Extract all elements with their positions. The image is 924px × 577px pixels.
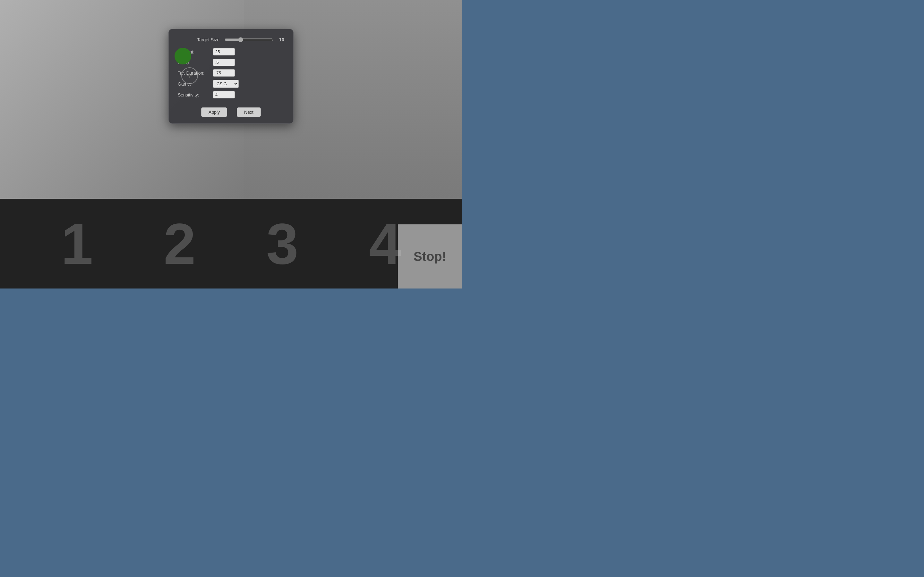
stop-button-area[interactable]: Stop! [398, 224, 462, 288]
apply-button[interactable]: Apply [201, 107, 227, 117]
target-preview-circle [174, 48, 191, 64]
next-button[interactable]: Next [237, 107, 261, 117]
game-row: Game: CS:GO Valorant Apex Custom [178, 80, 284, 88]
sensitivity-row: Sensitivity: [178, 91, 284, 98]
delay-row: Delay: [178, 59, 284, 66]
number-1: 1 [26, 211, 128, 277]
stop-label: Stop! [414, 250, 446, 264]
target-size-slider[interactable] [225, 37, 273, 42]
number-2: 2 [128, 211, 231, 277]
delay-input[interactable] [213, 59, 235, 66]
amount-input[interactable] [213, 48, 235, 55]
bottom-strip: 1 2 3 4 Stop! [0, 199, 462, 288]
sensitivity-label: Sensitivity: [178, 92, 213, 97]
game-label: Game: [178, 81, 213, 87]
target-size-slider-container [225, 37, 273, 42]
game-select[interactable]: CS:GO Valorant Apex Custom [213, 80, 239, 88]
tar-duration-input[interactable] [213, 69, 235, 77]
tar-duration-row: Tar. Duration: [178, 69, 284, 77]
tar-duration-label: Tar. Duration: [178, 71, 213, 76]
number-3: 3 [231, 211, 334, 277]
target-size-value: 10 [276, 37, 284, 42]
target-size-label: Target Size: [197, 37, 221, 42]
amount-row: Amount: [178, 48, 284, 55]
buttons-row: Apply Next [178, 107, 284, 117]
target-size-row: Target Size: 10 [197, 37, 284, 42]
settings-dialog: Target Size: 10 Amount: Delay: Tar. Dura… [168, 29, 294, 124]
sensitivity-input[interactable] [213, 91, 235, 98]
